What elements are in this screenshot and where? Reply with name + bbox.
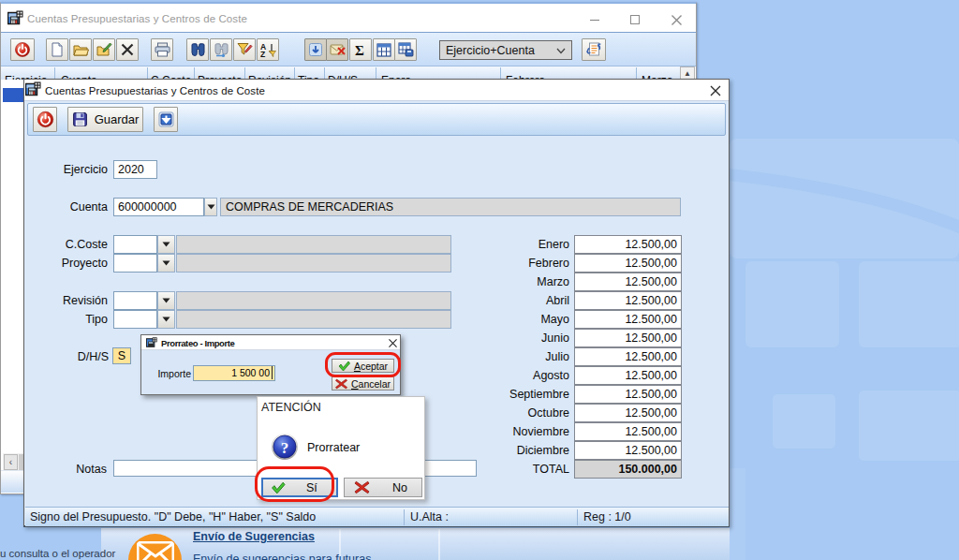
svg-text:Σ: Σ: [355, 43, 364, 57]
svg-text:?: ?: [281, 439, 289, 457]
svg-text:Z: Z: [260, 50, 265, 58]
